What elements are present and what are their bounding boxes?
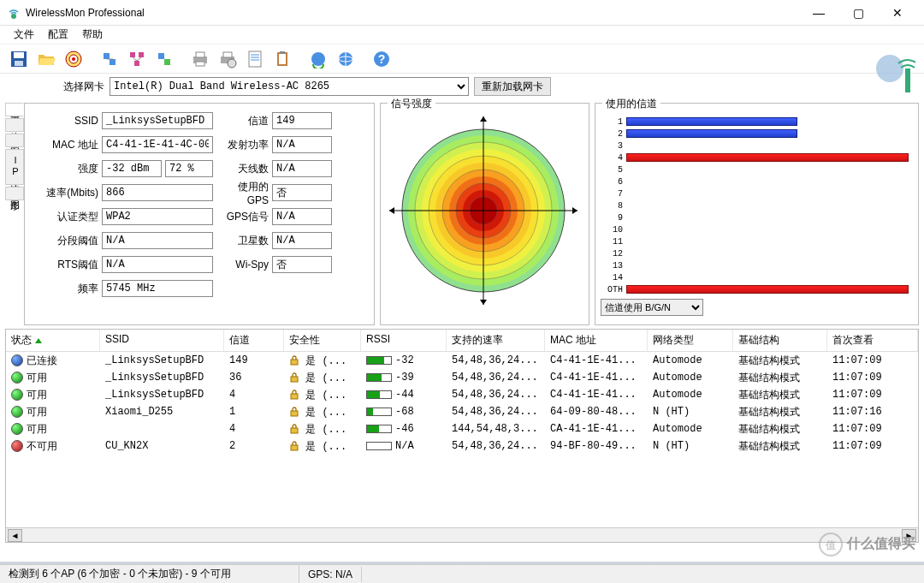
print-setup-icon[interactable] — [216, 47, 240, 71]
svg-rect-13 — [164, 59, 170, 65]
ap-list-header: 状态 SSID 信道 安全性 RSSI 支持的速率 MAC 地址 网络类型 基础… — [6, 330, 918, 352]
svg-point-19 — [228, 59, 236, 68]
status-detect: 检测到 6 个AP (6 个加密 - 0 个未加密) - 9 个可用 — [0, 565, 299, 583]
watermark: 值 什么值得买 — [818, 532, 915, 557]
adapter-select[interactable]: Intel(R) Dual Band Wireless-AC 8265 — [110, 77, 469, 96]
txpower-label: 发射功率 — [222, 138, 269, 152]
svg-rect-22 — [279, 54, 286, 64]
signal-title: 信号强度 — [388, 97, 435, 111]
strength-pct-field[interactable] — [165, 160, 213, 177]
adapter-bar: 选择网卡 Intel(R) Dual Band Wireless-AC 8265… — [0, 74, 924, 99]
col-channel[interactable]: 信道 — [224, 330, 284, 351]
sort-indicator-icon — [35, 338, 42, 343]
tab-graph[interactable]: 图形 — [5, 134, 24, 147]
ssid-field[interactable] — [102, 112, 213, 129]
log-icon[interactable] — [243, 47, 267, 71]
menu-help[interactable]: 帮助 — [75, 26, 110, 44]
channel-bar — [626, 153, 909, 162]
frag-field[interactable] — [102, 232, 213, 249]
save-icon[interactable] — [7, 47, 31, 71]
channel-row: 10 — [601, 223, 913, 235]
ap-list-row[interactable]: 可用Xiaomi_D2551 是 (...-6854,48,36,24...64… — [6, 403, 918, 420]
reload-adapter-button[interactable]: 重新加载网卡 — [474, 77, 551, 96]
col-rssi[interactable]: RSSI — [361, 330, 447, 351]
status-dot-icon — [11, 406, 23, 418]
printer-icon[interactable] — [188, 47, 212, 71]
help-icon[interactable]: ? — [370, 47, 394, 71]
channel-number: 11 — [601, 237, 623, 247]
channel-number: 6 — [601, 177, 623, 187]
svg-point-29 — [876, 55, 903, 82]
scroll-left-icon[interactable]: ◄ — [8, 529, 22, 542]
globe-refresh-icon[interactable] — [306, 47, 330, 71]
col-status[interactable]: 状态 — [6, 330, 100, 351]
col-firstseen[interactable]: 首次查看 — [827, 330, 918, 351]
gps-used-field[interactable] — [272, 184, 332, 201]
net1-icon[interactable] — [98, 47, 121, 71]
channel-row: 9 — [601, 211, 913, 223]
ap-list-row[interactable]: 已连接_LinksysSetupBFD149 是 (...-3254,48,36… — [6, 352, 918, 369]
rts-field[interactable] — [102, 256, 213, 273]
net3-icon[interactable] — [152, 47, 176, 71]
mac-field[interactable] — [102, 136, 213, 153]
ap-list-row[interactable]: 可用_LinksysSetupBFD4 是 (...-4454,48,36,24… — [6, 386, 918, 403]
gps-signal-field[interactable] — [272, 208, 332, 225]
target-icon[interactable] — [62, 47, 86, 71]
tab-graph2[interactable]: 图形 — [5, 187, 24, 200]
channel-bar — [626, 285, 909, 294]
globe-icon[interactable] — [334, 47, 358, 71]
channel-number: 3 — [601, 141, 623, 151]
horizontal-scrollbar[interactable]: ◄ ► — [6, 527, 918, 542]
tab-ipconn[interactable]: IP连接 — [5, 149, 24, 185]
menu-config[interactable]: 配置 — [41, 26, 75, 44]
toolbar: ? — [0, 45, 924, 74]
channel-number: 14 — [601, 273, 623, 283]
channel-number: 8 — [601, 201, 623, 211]
menu-file[interactable]: 文件 — [7, 26, 41, 44]
strength-dbm-field[interactable] — [102, 160, 162, 177]
svg-rect-54 — [291, 445, 298, 450]
svg-rect-3 — [15, 61, 23, 66]
tab-summary[interactable]: 概要 — [5, 103, 24, 116]
col-mac[interactable]: MAC 地址 — [545, 330, 648, 351]
clipboard-icon[interactable] — [270, 47, 294, 71]
txpower-field[interactable] — [272, 136, 332, 153]
col-security[interactable]: 安全性 — [284, 330, 361, 351]
channel-number: 2 — [601, 129, 623, 139]
gps-signal-label: GPS信号 — [222, 210, 269, 224]
channel-row: 5 — [601, 164, 913, 175]
signal-strength-box: 信号强度 — [380, 103, 589, 325]
net2-icon[interactable] — [125, 47, 149, 71]
rssi-bar — [366, 356, 392, 365]
antenna-field[interactable] — [272, 160, 332, 177]
ap-list-row[interactable]: 可用_LinksysSetupBFD36 是 (...-3954,48,36,2… — [6, 369, 918, 386]
wispy-field[interactable] — [272, 256, 332, 273]
freq-field[interactable] — [102, 280, 213, 297]
status-dot-icon — [11, 389, 23, 401]
status-bar: 检测到 6 个AP (6 个加密 - 0 个未加密) - 9 个可用 GPS: … — [0, 564, 924, 583]
lock-icon — [289, 407, 299, 419]
rate-field[interactable] — [102, 184, 213, 201]
channel-field[interactable] — [272, 112, 332, 129]
col-infra[interactable]: 基础结构 — [733, 330, 827, 351]
svg-rect-23 — [280, 51, 285, 54]
mac-label: MAC 地址 — [30, 138, 98, 152]
satellite-label: 卫星数 — [222, 234, 269, 248]
satellite-field[interactable] — [272, 232, 332, 249]
rssi-bar — [366, 408, 392, 416]
close-button[interactable]: ✕ — [878, 0, 917, 26]
svg-point-0 — [11, 14, 16, 19]
channel-number: 10 — [601, 225, 623, 235]
ap-list-row[interactable]: 可用4 是 (...-46144,54,48,3...CA-41-1E-41..… — [6, 420, 918, 437]
col-ssid[interactable]: SSID — [100, 330, 224, 351]
tab-stats[interactable]: 统计 — [5, 118, 24, 132]
minimize-button[interactable]: — — [799, 0, 838, 26]
col-rates[interactable]: 支持的速率 — [447, 330, 545, 351]
auth-field[interactable] — [102, 208, 213, 225]
channel-band-select[interactable]: 信道使用 B/G/N — [601, 299, 703, 316]
svg-rect-10 — [139, 52, 144, 57]
maximize-button[interactable]: ▢ — [838, 0, 878, 26]
col-nettype[interactable]: 网络类型 — [648, 330, 733, 351]
ap-list-row[interactable]: 不可用CU_KN2X2 是 (...N/A54,48,36,24...94-BF… — [6, 437, 918, 455]
open-icon[interactable] — [34, 47, 58, 71]
